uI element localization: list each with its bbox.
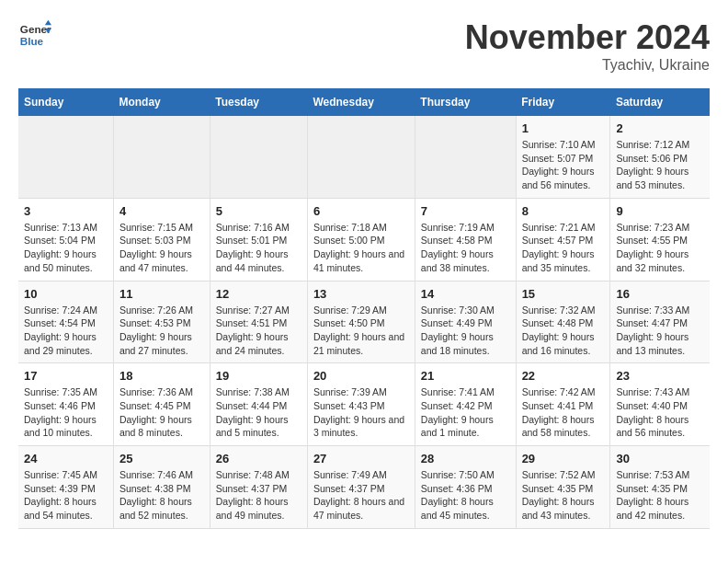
page-subtitle: Tyachiv, Ukraine: [465, 57, 710, 74]
week-row-2: 3Sunrise: 7:13 AMSunset: 5:04 PMDaylight…: [18, 198, 710, 281]
calendar-cell: 28Sunrise: 7:50 AMSunset: 4:36 PMDayligh…: [415, 446, 516, 529]
day-number: 1: [522, 121, 605, 135]
week-row-3: 10Sunrise: 7:24 AMSunset: 4:54 PMDayligh…: [18, 281, 710, 363]
weekday-header-tuesday: Tuesday: [210, 88, 307, 116]
day-number: 28: [421, 452, 510, 465]
day-number: 8: [522, 204, 605, 218]
day-info: Sunrise: 7:19 AMSunset: 4:58 PMDaylight:…: [421, 221, 510, 275]
logo: General Blue: [18, 18, 51, 52]
day-info: Sunrise: 7:12 AMSunset: 5:06 PMDaylight:…: [616, 138, 704, 192]
day-info: Sunrise: 7:24 AMSunset: 4:54 PMDaylight:…: [24, 304, 108, 358]
day-number: 21: [421, 369, 510, 383]
week-row-4: 17Sunrise: 7:35 AMSunset: 4:46 PMDayligh…: [18, 363, 710, 446]
day-info: Sunrise: 7:43 AMSunset: 4:40 PMDaylight:…: [616, 385, 704, 440]
calendar-cell: 6Sunrise: 7:18 AMSunset: 5:00 PMDaylight…: [307, 198, 415, 281]
day-number: 25: [119, 452, 204, 465]
weekday-header-thursday: Thursday: [415, 88, 516, 116]
day-info: Sunrise: 7:39 AMSunset: 4:43 PMDaylight:…: [313, 385, 409, 440]
weekday-header-friday: Friday: [516, 88, 610, 116]
day-info: Sunrise: 7:23 AMSunset: 4:55 PMDaylight:…: [616, 221, 704, 275]
svg-text:Blue: Blue: [20, 35, 44, 47]
day-info: Sunrise: 7:48 AMSunset: 4:37 PMDaylight:…: [216, 468, 301, 523]
day-number: 30: [616, 452, 704, 465]
day-number: 26: [216, 452, 301, 465]
day-number: 20: [313, 369, 409, 383]
day-info: Sunrise: 7:41 AMSunset: 4:42 PMDaylight:…: [421, 385, 510, 440]
calendar-cell: 22Sunrise: 7:42 AMSunset: 4:41 PMDayligh…: [516, 363, 610, 446]
day-info: Sunrise: 7:53 AMSunset: 4:35 PMDaylight:…: [616, 468, 704, 523]
day-number: 7: [421, 204, 510, 218]
logo-icon: General Blue: [18, 18, 51, 52]
day-number: 14: [421, 287, 510, 301]
day-number: 23: [616, 369, 704, 383]
weekday-header-saturday: Saturday: [610, 88, 710, 116]
weekday-header-sunday: Sunday: [18, 88, 113, 116]
calendar-cell: 8Sunrise: 7:21 AMSunset: 4:57 PMDaylight…: [516, 198, 610, 281]
day-info: Sunrise: 7:13 AMSunset: 5:04 PMDaylight:…: [24, 221, 108, 275]
day-info: Sunrise: 7:18 AMSunset: 5:00 PMDaylight:…: [313, 221, 409, 275]
calendar-cell: 16Sunrise: 7:33 AMSunset: 4:47 PMDayligh…: [610, 281, 710, 363]
day-info: Sunrise: 7:33 AMSunset: 4:47 PMDaylight:…: [616, 304, 704, 358]
calendar-cell: [210, 116, 307, 198]
calendar-table: SundayMondayTuesdayWednesdayThursdayFrid…: [18, 88, 710, 529]
calendar-cell: 26Sunrise: 7:48 AMSunset: 4:37 PMDayligh…: [210, 446, 307, 529]
day-number: 22: [522, 369, 605, 383]
day-info: Sunrise: 7:26 AMSunset: 4:53 PMDaylight:…: [119, 304, 204, 358]
day-number: 2: [616, 121, 704, 135]
calendar-cell: 19Sunrise: 7:38 AMSunset: 4:44 PMDayligh…: [210, 363, 307, 446]
page-title: November 2024: [465, 18, 710, 57]
weekday-header-wednesday: Wednesday: [307, 88, 415, 116]
day-info: Sunrise: 7:16 AMSunset: 5:01 PMDaylight:…: [216, 221, 301, 275]
calendar-cell: 29Sunrise: 7:52 AMSunset: 4:35 PMDayligh…: [516, 446, 610, 529]
day-info: Sunrise: 7:38 AMSunset: 4:44 PMDaylight:…: [216, 385, 301, 440]
day-number: 27: [313, 452, 409, 465]
calendar-cell: 3Sunrise: 7:13 AMSunset: 5:04 PMDaylight…: [18, 198, 113, 281]
calendar-cell: 13Sunrise: 7:29 AMSunset: 4:50 PMDayligh…: [307, 281, 415, 363]
day-info: Sunrise: 7:49 AMSunset: 4:37 PMDaylight:…: [313, 468, 409, 523]
day-number: 15: [522, 287, 605, 301]
calendar-cell: 25Sunrise: 7:46 AMSunset: 4:38 PMDayligh…: [113, 446, 210, 529]
day-number: 24: [24, 452, 108, 465]
day-info: Sunrise: 7:10 AMSunset: 5:07 PMDaylight:…: [522, 138, 605, 192]
day-info: Sunrise: 7:27 AMSunset: 4:51 PMDaylight:…: [216, 304, 301, 358]
day-number: 18: [119, 369, 204, 383]
calendar-cell: 9Sunrise: 7:23 AMSunset: 4:55 PMDaylight…: [610, 198, 710, 281]
day-info: Sunrise: 7:21 AMSunset: 4:57 PMDaylight:…: [522, 221, 605, 275]
day-info: Sunrise: 7:36 AMSunset: 4:45 PMDaylight:…: [119, 385, 204, 440]
day-info: Sunrise: 7:15 AMSunset: 5:03 PMDaylight:…: [119, 221, 204, 275]
calendar-cell: 24Sunrise: 7:45 AMSunset: 4:39 PMDayligh…: [18, 446, 113, 529]
day-number: 9: [616, 204, 704, 218]
week-row-5: 24Sunrise: 7:45 AMSunset: 4:39 PMDayligh…: [18, 446, 710, 529]
calendar-cell: 1Sunrise: 7:10 AMSunset: 5:07 PMDaylight…: [516, 116, 610, 198]
page-header: General Blue November 2024 Tyachiv, Ukra…: [18, 18, 710, 74]
day-number: 4: [119, 204, 204, 218]
calendar-cell: 18Sunrise: 7:36 AMSunset: 4:45 PMDayligh…: [113, 363, 210, 446]
calendar-cell: 17Sunrise: 7:35 AMSunset: 4:46 PMDayligh…: [18, 363, 113, 446]
calendar-cell: 5Sunrise: 7:16 AMSunset: 5:01 PMDaylight…: [210, 198, 307, 281]
calendar-cell: 14Sunrise: 7:30 AMSunset: 4:49 PMDayligh…: [415, 281, 516, 363]
calendar-cell: 30Sunrise: 7:53 AMSunset: 4:35 PMDayligh…: [610, 446, 710, 529]
day-number: 6: [313, 204, 409, 218]
calendar-cell: 20Sunrise: 7:39 AMSunset: 4:43 PMDayligh…: [307, 363, 415, 446]
day-number: 3: [24, 204, 108, 218]
day-number: 17: [24, 369, 108, 383]
weekday-header-monday: Monday: [113, 88, 210, 116]
calendar-cell: 2Sunrise: 7:12 AMSunset: 5:06 PMDaylight…: [610, 116, 710, 198]
calendar-cell: 27Sunrise: 7:49 AMSunset: 4:37 PMDayligh…: [307, 446, 415, 529]
calendar-cell: [415, 116, 516, 198]
calendar-cell: 12Sunrise: 7:27 AMSunset: 4:51 PMDayligh…: [210, 281, 307, 363]
day-number: 12: [216, 287, 301, 301]
title-area: November 2024 Tyachiv, Ukraine: [465, 18, 710, 74]
calendar-cell: 11Sunrise: 7:26 AMSunset: 4:53 PMDayligh…: [113, 281, 210, 363]
day-number: 29: [522, 452, 605, 465]
day-number: 16: [616, 287, 704, 301]
day-info: Sunrise: 7:45 AMSunset: 4:39 PMDaylight:…: [24, 468, 108, 523]
calendar-cell: 7Sunrise: 7:19 AMSunset: 4:58 PMDaylight…: [415, 198, 516, 281]
day-number: 19: [216, 369, 301, 383]
calendar-cell: 15Sunrise: 7:32 AMSunset: 4:48 PMDayligh…: [516, 281, 610, 363]
day-info: Sunrise: 7:35 AMSunset: 4:46 PMDaylight:…: [24, 385, 108, 440]
day-info: Sunrise: 7:29 AMSunset: 4:50 PMDaylight:…: [313, 304, 409, 358]
day-info: Sunrise: 7:46 AMSunset: 4:38 PMDaylight:…: [119, 468, 204, 523]
weekday-header-row: SundayMondayTuesdayWednesdayThursdayFrid…: [18, 88, 710, 116]
calendar-cell: 23Sunrise: 7:43 AMSunset: 4:40 PMDayligh…: [610, 363, 710, 446]
